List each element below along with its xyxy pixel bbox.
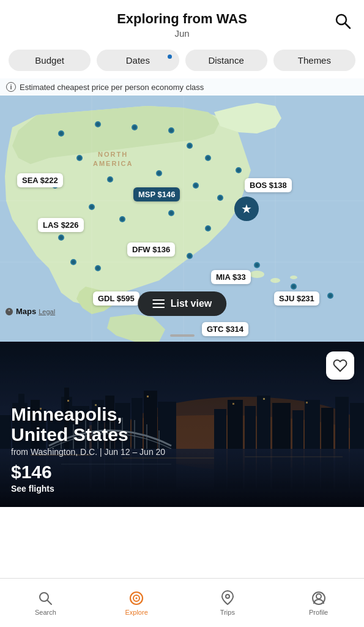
svg-rect-63 [152, 299, 165, 301]
destination-content: Minneapolis, United States from Washingt… [0, 393, 364, 507]
header: Exploring from WAS Jun [0, 0, 364, 45]
svg-point-14 [96, 122, 100, 126]
price-label-msp[interactable]: MSP $146 [133, 187, 180, 201]
svg-point-5 [290, 276, 297, 279]
svg-line-118 [47, 600, 51, 604]
svg-point-16 [133, 126, 136, 129]
bottom-nav: Search Explore Trips [0, 578, 364, 627]
star-marker: ★ [234, 197, 259, 221]
heart-button[interactable] [326, 351, 354, 380]
drag-handle[interactable] [170, 334, 195, 337]
price-label-dfw[interactable]: DFW $136 [127, 242, 175, 257]
svg-point-3 [250, 271, 264, 278]
svg-point-58 [255, 263, 259, 267]
trips-nav-label: Trips [220, 609, 235, 616]
svg-point-34 [218, 196, 222, 200]
nav-profile[interactable]: Profile [273, 585, 364, 621]
trips-nav-icon [220, 590, 236, 606]
destination-dates: from Washington, D.C. | Jun 12 – Jun 20 [11, 447, 353, 457]
page-subtitle: Jun [10, 28, 354, 39]
map-info-text: Estimated cheapest price per person econ… [20, 83, 204, 92]
svg-point-28 [108, 178, 112, 181]
profile-nav-label: Profile [309, 609, 328, 616]
price-label-mia[interactable]: MIA $33 [211, 270, 251, 284]
filter-themes[interactable]: Themes [273, 50, 355, 71]
continent-label-america: AMERICA [93, 160, 133, 167]
page-title: Exploring from WAS [10, 11, 354, 27]
apple-maps-label: Maps [16, 307, 36, 316]
nav-explore[interactable]: Explore [91, 585, 182, 621]
price-label-las[interactable]: LAS $226 [38, 218, 84, 232]
svg-point-30 [157, 171, 161, 175]
destination-card[interactable]: Minneapolis, United States from Washingt… [0, 342, 364, 507]
legal-link[interactable]: Legal [39, 308, 55, 315]
apple-maps-bar: Maps Legal [5, 307, 55, 316]
search-nav-label: Search [35, 609, 56, 616]
svg-point-124 [316, 594, 321, 599]
price-label-gtc[interactable]: GTC $314 [202, 322, 248, 336]
svg-point-122 [226, 595, 229, 598]
search-icon[interactable] [332, 11, 353, 32]
svg-point-50 [237, 168, 240, 172]
info-icon: i [6, 82, 16, 92]
svg-point-48 [188, 254, 191, 258]
explore-nav-label: Explore [125, 609, 147, 616]
filter-distance[interactable]: Distance [185, 50, 267, 71]
destination-city: Minneapolis, United States [11, 404, 353, 445]
filter-row: Budget Dates Distance Themes [0, 45, 364, 78]
svg-point-38 [121, 217, 124, 221]
svg-point-18 [169, 129, 173, 132]
price-label-sju[interactable]: SJU $231 [274, 291, 319, 306]
price-label-gdl[interactable]: GDL $595 [93, 291, 139, 306]
svg-rect-64 [152, 303, 165, 304]
continent-label-north: NORTH [98, 151, 128, 158]
svg-point-24 [78, 156, 81, 160]
search-nav-icon [37, 590, 53, 606]
svg-line-1 [345, 23, 350, 28]
svg-point-36 [90, 205, 94, 209]
svg-point-12 [59, 132, 63, 135]
filter-budget[interactable]: Budget [9, 50, 91, 71]
destination-price: $146 [11, 462, 353, 482]
svg-point-56 [72, 260, 75, 264]
svg-point-20 [188, 144, 191, 148]
svg-point-40 [169, 211, 173, 215]
profile-nav-icon [311, 590, 327, 606]
svg-point-44 [59, 236, 63, 239]
price-label-sea[interactable]: SEA $222 [17, 173, 63, 187]
svg-point-22 [206, 156, 210, 160]
list-view-button[interactable]: List view [138, 291, 227, 316]
see-flights-label[interactable]: See flights [11, 484, 353, 494]
svg-point-32 [194, 184, 198, 187]
svg-point-60 [292, 285, 295, 288]
nav-search[interactable]: Search [0, 585, 91, 621]
price-label-bos[interactable]: BOS $138 [245, 178, 292, 192]
svg-rect-65 [152, 307, 165, 308]
nav-trips[interactable]: Trips [182, 585, 273, 621]
explore-nav-icon [128, 590, 144, 606]
filter-dates[interactable]: Dates [97, 50, 179, 71]
map-info-bar: i Estimated cheapest price per person ec… [0, 78, 364, 96]
svg-point-42 [206, 227, 210, 230]
svg-point-62 [329, 294, 332, 298]
svg-point-121 [136, 597, 138, 599]
svg-point-54 [96, 266, 100, 270]
map-container[interactable]: NORTH AMERICA i Estimated cheapest price… [0, 78, 364, 342]
